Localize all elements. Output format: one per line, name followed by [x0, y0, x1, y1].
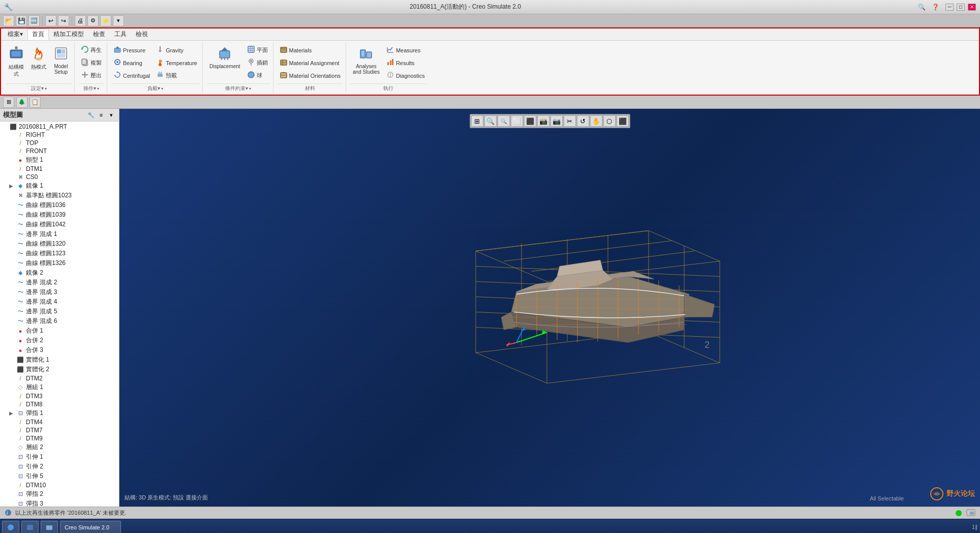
- tree-item[interactable]: ▶⊡彈指 1: [0, 408, 119, 418]
- tree-item[interactable]: ▶◆鏡像 1: [0, 181, 119, 191]
- tree-item[interactable]: 〜邊界 混成 3: [0, 287, 119, 297]
- tree-item[interactable]: 〜邊界 混成 6: [0, 316, 119, 326]
- menu-home[interactable]: 首頁: [27, 28, 49, 40]
- btn-centrifugal[interactable]: Centrifugal: [111, 70, 152, 81]
- undo-button[interactable]: ↩: [45, 15, 56, 26]
- btn-bearing[interactable]: Bearing: [111, 57, 152, 69]
- view-select-button[interactable]: ⬛: [524, 115, 536, 127]
- shading-button[interactable]: ⬛: [617, 115, 629, 127]
- btn-copy[interactable]: 複製: [79, 57, 104, 69]
- btn-ball[interactable]: 球: [245, 70, 270, 81]
- tree-item[interactable]: /DTM10: [0, 481, 119, 489]
- layer-button[interactable]: 📋: [29, 97, 41, 108]
- search-icon[interactable]: 🔍: [918, 4, 926, 11]
- settings-dropdown-icon[interactable]: ▾: [45, 86, 47, 91]
- btn-materials[interactable]: Materials: [278, 44, 343, 56]
- tree-item[interactable]: ⊡引伸 2: [0, 462, 119, 471]
- btn-structure-mode[interactable]: 結構模式: [6, 44, 26, 79]
- tree-item[interactable]: ⬛20160811_A.PRT: [0, 123, 119, 131]
- btn-displacement[interactable]: Displacement: [207, 44, 243, 71]
- tree-item[interactable]: 〜曲線 標圓1042: [0, 220, 119, 229]
- tree-expand-arrow[interactable]: ▶: [9, 410, 16, 416]
- print-button[interactable]: 🖨: [75, 15, 86, 26]
- tree-item[interactable]: /DTM1: [0, 165, 119, 173]
- tree-item[interactable]: 〜曲線 標圓1326: [0, 258, 119, 268]
- close-button[interactable]: ✕: [968, 4, 976, 11]
- operations-dropdown-icon[interactable]: ▾: [97, 86, 99, 91]
- new-button[interactable]: 🆕: [28, 15, 40, 26]
- tree-item[interactable]: /DTM7: [0, 426, 119, 434]
- btn-material-assignment[interactable]: Material Assignment: [278, 57, 343, 69]
- menu-view[interactable]: 檢視: [131, 28, 152, 40]
- taskbar-item-2[interactable]: [41, 521, 58, 534]
- settings1-button[interactable]: ⚙: [87, 15, 99, 26]
- save-button[interactable]: 💾: [16, 15, 27, 26]
- rotate-button[interactable]: ↺: [577, 115, 589, 127]
- zoom-out-button[interactable]: 🔍: [498, 115, 510, 127]
- tree-item[interactable]: 〜曲線 標圓1039: [0, 210, 119, 220]
- tree-item[interactable]: ●合併 3: [0, 345, 119, 355]
- grid-view-button[interactable]: ⊞: [3, 97, 14, 108]
- btn-pressure[interactable]: Pressure: [111, 44, 152, 56]
- taskbar-item-3[interactable]: Creo Simulate 2.0: [60, 521, 121, 534]
- camera-button[interactable]: 📷: [550, 115, 563, 127]
- menu-model[interactable]: 精加工模型: [49, 28, 88, 40]
- tree-expand-arrow[interactable]: ▶: [9, 183, 16, 189]
- tree-item[interactable]: /DTM2: [0, 374, 119, 382]
- tree-item[interactable]: 〜曲線 標圓1320: [0, 239, 119, 249]
- zoom-fit-button[interactable]: ⊞: [471, 115, 483, 127]
- wireframe-button[interactable]: ⬡: [603, 115, 616, 127]
- minimize-button[interactable]: ─: [945, 4, 954, 11]
- taskbar-item-1[interactable]: [21, 521, 39, 534]
- expand-panel-button[interactable]: ▾: [107, 110, 116, 120]
- tree-item[interactable]: /DTM8: [0, 400, 119, 408]
- tree-item[interactable]: ⊡引伸 1: [0, 452, 119, 462]
- tree-item[interactable]: 〜曲線 標圓1323: [0, 249, 119, 258]
- tree-item[interactable]: /FRONT: [0, 147, 119, 155]
- tree-item[interactable]: ⬛實體化 2: [0, 365, 119, 374]
- menu-file[interactable]: 檔案▾: [3, 28, 27, 40]
- constraints-dropdown-icon[interactable]: ▾: [249, 86, 251, 91]
- tree-item[interactable]: 〜邊界 混成 4: [0, 297, 119, 307]
- btn-heat-mode[interactable]: 熱模式: [28, 44, 49, 72]
- tree-item[interactable]: ◇層組 1: [0, 382, 119, 392]
- btn-diagnostics[interactable]: Diagnostics: [384, 70, 427, 81]
- zoom-in-button[interactable]: 🔍: [484, 115, 497, 127]
- tree-item[interactable]: 〜邊界 混成 1: [0, 229, 119, 239]
- tree-view-button[interactable]: 🌲: [16, 97, 27, 108]
- tree-item[interactable]: ✖CS0: [0, 173, 119, 181]
- btn-suppress[interactable]: 壓出: [79, 70, 104, 81]
- tree-item[interactable]: ●合併 2: [0, 336, 119, 345]
- start-button[interactable]: [2, 521, 19, 534]
- tree-item[interactable]: 〜曲線 標圓1036: [0, 200, 119, 210]
- snapshot-button[interactable]: 📸: [537, 115, 549, 127]
- tree-item[interactable]: 〜邊界 混成 2: [0, 278, 119, 287]
- pan-button[interactable]: ✋: [590, 115, 602, 127]
- btn-material-orientations[interactable]: Material Orientations: [278, 70, 343, 81]
- tree-item[interactable]: ✖基準點 標圓1023: [0, 191, 119, 200]
- tree-item[interactable]: ⊡彈指 2: [0, 489, 119, 499]
- tree-item[interactable]: ⊡彈指 3: [0, 499, 119, 507]
- tree-item[interactable]: /DTM3: [0, 392, 119, 400]
- redo-button[interactable]: ↪: [58, 15, 69, 26]
- menu-tools[interactable]: 工具: [110, 28, 131, 40]
- tree-item[interactable]: ●合併 1: [0, 326, 119, 336]
- tree-item[interactable]: ◇層組 2: [0, 442, 119, 452]
- btn-analyses-studies[interactable]: Analysesand Studies: [350, 44, 382, 76]
- btn-temperature[interactable]: Temperature: [154, 57, 199, 69]
- tree-item[interactable]: /DTM9: [0, 434, 119, 442]
- tree-item[interactable]: 〜邊界 混成 5: [0, 307, 119, 316]
- btn-measures[interactable]: Measures: [384, 44, 427, 56]
- tree-item[interactable]: ⬛實體化 1: [0, 355, 119, 365]
- tree-item[interactable]: ◆鏡像 2: [0, 268, 119, 278]
- btn-preload[interactable]: 預載: [154, 70, 199, 81]
- view-box-button[interactable]: ⬜: [511, 115, 523, 127]
- restore-button[interactable]: □: [957, 4, 965, 11]
- btn-pin[interactable]: 插銷: [245, 57, 270, 69]
- open-button[interactable]: 📂: [3, 15, 14, 26]
- filter-button[interactable]: 🔧: [86, 110, 96, 120]
- section-button[interactable]: ✂: [564, 115, 576, 127]
- settings2-button[interactable]: ⭐: [100, 15, 111, 26]
- btn-regenerate[interactable]: 再生: [79, 44, 104, 56]
- help-icon[interactable]: ❓: [932, 4, 939, 11]
